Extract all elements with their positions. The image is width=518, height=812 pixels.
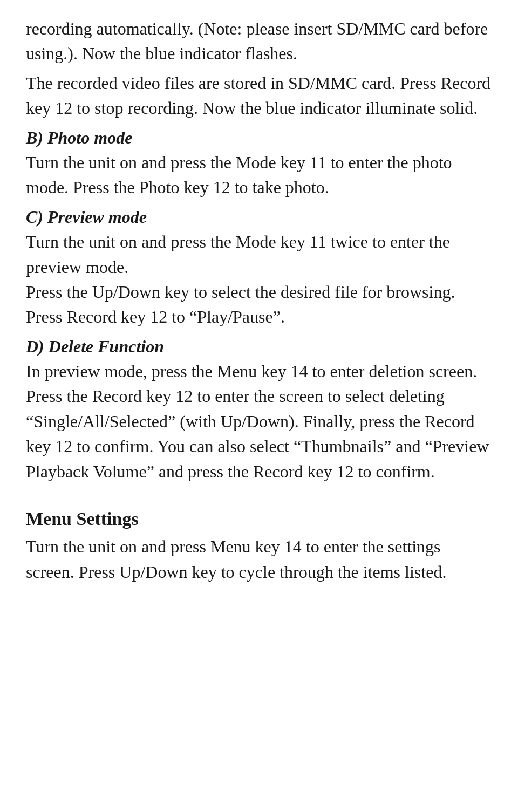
preview-mode-body: Turn the unit on and press the Mode key … — [26, 232, 450, 276]
photo-mode-heading: B) Photo mode — [26, 128, 132, 147]
menu-settings-body: Turn the unit on and press Menu key 14 t… — [26, 534, 492, 584]
intro-paragraph: recording automatically. (Note: please i… — [26, 16, 492, 66]
menu-settings-heading: Menu Settings — [26, 506, 492, 532]
delete-function-heading: D) Delete Function — [26, 337, 164, 356]
preview-mode-heading: C) Preview mode — [26, 207, 147, 227]
photo-mode-section: B) Photo mode Turn the unit on and press… — [26, 125, 492, 200]
intro-text: recording automatically. (Note: please i… — [26, 19, 488, 63]
photo-mode-body: Turn the unit on and press the Mode key … — [26, 153, 452, 197]
stored-text: The recorded video files are stored in S… — [26, 73, 490, 118]
preview-mode-section: C) Preview mode Turn the unit on and pre… — [26, 204, 492, 330]
page-content: recording automatically. (Note: please i… — [26, 16, 492, 584]
delete-function-section: D) Delete Function In preview mode, pres… — [26, 334, 492, 484]
stored-paragraph: The recorded video files are stored in S… — [26, 71, 492, 121]
menu-settings-section: Menu Settings Turn the unit on and press… — [26, 506, 492, 584]
preview-mode-body2: Press the Up/Down key to select the desi… — [26, 282, 455, 326]
delete-function-body: In preview mode, press the Menu key 14 t… — [26, 361, 489, 481]
